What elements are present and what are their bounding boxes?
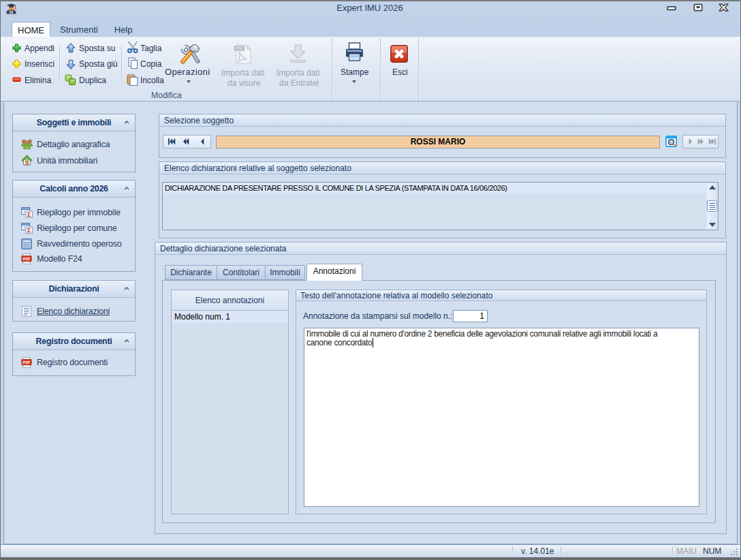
svg-text:PDF: PDF (23, 257, 31, 261)
svg-text:Σ: Σ (27, 226, 31, 234)
svg-text:Σ: Σ (27, 211, 31, 218)
svg-text:PDF: PDF (236, 46, 244, 50)
svg-text:PDF: PDF (23, 360, 31, 364)
